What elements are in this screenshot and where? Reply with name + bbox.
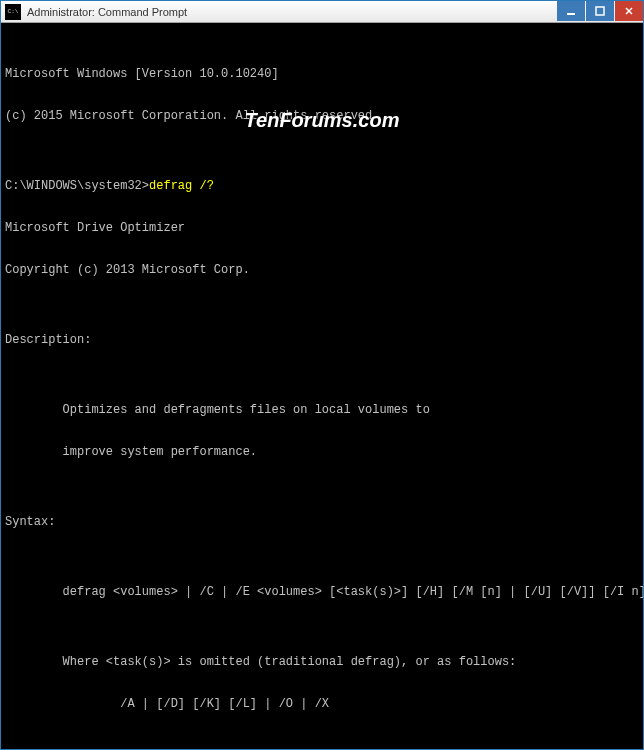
terminal-output[interactable]: TenForums.com Microsoft Windows [Version… (1, 23, 643, 749)
svg-rect-0 (567, 13, 575, 15)
output-line: /A | [/D] [/K] [/L] | /O | /X (5, 697, 639, 711)
window-titlebar: Administrator: Command Prompt (1, 1, 643, 23)
prompt-line: C:\WINDOWS\system32>defrag /? (5, 179, 639, 193)
maximize-button[interactable] (586, 1, 614, 21)
svg-rect-1 (596, 7, 604, 15)
output-line: Description: (5, 333, 639, 347)
window-controls (556, 1, 643, 22)
output-line: Syntax: (5, 515, 639, 529)
output-line: Where <task(s)> is omitted (traditional … (5, 655, 639, 669)
output-line: defrag <volumes> | /C | /E <volumes> [<t… (5, 585, 639, 599)
output-line: Optimizes and defragments files on local… (5, 403, 639, 417)
output-line: improve system performance. (5, 445, 639, 459)
prompt-path: C:\WINDOWS\system32> (5, 179, 149, 193)
cmd-icon (5, 4, 21, 20)
close-button[interactable] (615, 1, 643, 21)
output-line: (c) 2015 Microsoft Corporation. All righ… (5, 109, 639, 123)
command-text: defrag /? (149, 179, 214, 193)
minimize-button[interactable] (557, 1, 585, 21)
output-line: Microsoft Drive Optimizer (5, 221, 639, 235)
output-line: Microsoft Windows [Version 10.0.10240] (5, 67, 639, 81)
window-title: Administrator: Command Prompt (25, 6, 556, 18)
output-line: Copyright (c) 2013 Microsoft Corp. (5, 263, 639, 277)
